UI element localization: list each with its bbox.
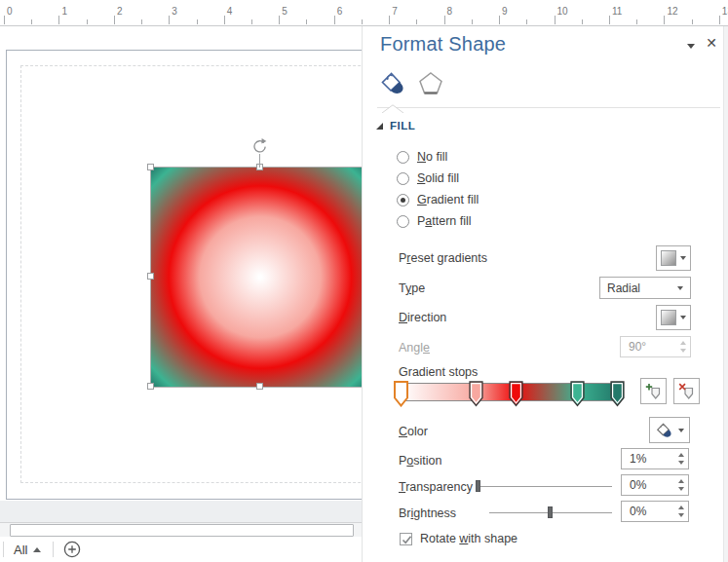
- ruler-number: 5: [282, 6, 287, 17]
- add-page-button[interactable]: [63, 541, 81, 558]
- radio-label: No fill: [417, 150, 447, 164]
- ruler-tick: [636, 19, 637, 24]
- checkbox-icon: [400, 533, 412, 545]
- radio-icon: [397, 194, 409, 206]
- angle-value: 90°: [629, 340, 646, 354]
- ruler-number: 13: [722, 6, 728, 17]
- panel-scrollbar[interactable]: [723, 26, 728, 562]
- horizontal-scrollbar[interactable]: [0, 522, 362, 537]
- ruler-tick: [582, 19, 583, 24]
- rotate-with-shape-label: Rotate with shape: [420, 532, 517, 545]
- radio-option-solid-fill[interactable]: Solid fill: [397, 168, 459, 189]
- radio-icon: [397, 172, 409, 185]
- radio-label: Pattern fill: [417, 214, 472, 228]
- fill-section-title: FILL: [390, 120, 415, 131]
- spin-down-icon[interactable]: [678, 513, 684, 517]
- direction-dropdown[interactable]: [656, 305, 691, 330]
- close-button[interactable]: ✕: [704, 35, 719, 51]
- gradient-stop-marker[interactable]: [570, 381, 585, 411]
- color-picker-button[interactable]: [649, 417, 690, 443]
- ruler-number: 10: [557, 6, 568, 17]
- remove-stop-icon: [678, 383, 696, 400]
- preset-gradients-dropdown[interactable]: [656, 245, 691, 271]
- ruler-tick: [334, 16, 335, 24]
- radio-option-no-fill[interactable]: No fill: [397, 146, 447, 168]
- ruler-tick: [31, 19, 32, 24]
- resize-handle-bottom-middle[interactable]: [256, 383, 263, 390]
- ruler-tick: [114, 16, 115, 24]
- radio-option-pattern-fill[interactable]: Pattern fill: [397, 210, 472, 232]
- brightness-spinner[interactable]: 0%: [621, 501, 689, 522]
- chevron-down-icon: [677, 286, 683, 290]
- rotate-with-shape-checkbox[interactable]: Rotate with shape: [400, 527, 517, 550]
- remove-gradient-stop-button[interactable]: [673, 378, 700, 404]
- gradient-swatch-icon: [661, 310, 676, 325]
- fill-section-header[interactable]: FILL: [376, 120, 415, 131]
- tab-fill-and-line[interactable]: [378, 70, 407, 95]
- ruler-tick: [499, 16, 500, 24]
- gradient-swatch-icon: [661, 250, 676, 266]
- transparency-spinner[interactable]: 0%: [621, 474, 689, 496]
- resize-handle-left-middle[interactable]: [147, 273, 154, 280]
- chevron-down-icon: [687, 44, 695, 49]
- add-gradient-stop-button[interactable]: [640, 378, 667, 404]
- rotation-handle-stem: [259, 154, 260, 168]
- resize-handle-top-left[interactable]: [147, 164, 154, 170]
- tab-effects[interactable]: [417, 70, 446, 95]
- canvas-background: [0, 501, 362, 522]
- spin-down-icon[interactable]: [678, 487, 684, 491]
- gradient-stops-label: Gradient stops: [399, 365, 478, 379]
- add-stop-icon: [645, 383, 663, 400]
- ruler-tick: [444, 16, 445, 24]
- brightness-value: 0%: [630, 505, 646, 518]
- direction-label: Direction: [399, 311, 446, 324]
- ruler-number: 3: [172, 6, 177, 17]
- ruler-tick: [306, 19, 307, 24]
- position-spinner[interactable]: 1%: [621, 448, 689, 469]
- color-label: Color: [399, 425, 428, 438]
- ruler-tick: [389, 16, 390, 24]
- spin-down-icon: [680, 349, 686, 353]
- ruler-tick: [719, 16, 720, 24]
- transparency-slider[interactable]: [478, 486, 612, 487]
- spin-up-icon[interactable]: [678, 453, 684, 457]
- chevron-down-icon: [680, 256, 686, 260]
- angle-spinner: 90°: [620, 336, 691, 357]
- ruler-number: 2: [117, 6, 123, 17]
- gradient-stop-marker-selected[interactable]: [394, 381, 408, 411]
- gradient-stop-marker[interactable]: [469, 381, 483, 411]
- ruler-tick: [169, 16, 170, 24]
- panel-menu-button[interactable]: [684, 40, 698, 52]
- ruler-number: 7: [392, 6, 398, 17]
- radio-option-gradient-fill[interactable]: Gradient fill: [397, 189, 479, 210]
- ruler-tick: [555, 16, 556, 24]
- ruler-tick: [4, 16, 5, 24]
- ruler-number: 12: [667, 6, 677, 17]
- selected-shape[interactable]: [151, 168, 362, 387]
- type-combobox[interactable]: Radial: [599, 277, 691, 299]
- ruler-number: 11: [612, 6, 622, 17]
- transparency-slider-thumb[interactable]: [476, 480, 480, 492]
- spin-up-icon[interactable]: [678, 506, 684, 509]
- drawing-canvas: [0, 26, 362, 537]
- horizontal-scrollbar-thumb[interactable]: [10, 524, 354, 537]
- divider: [3, 542, 4, 557]
- gradient-stop-marker[interactable]: [509, 381, 523, 411]
- angle-label: Angle: [399, 341, 430, 355]
- rotation-handle-icon[interactable]: [251, 137, 267, 153]
- radio-label: Gradient fill: [417, 193, 479, 206]
- spin-up-icon[interactable]: [678, 479, 684, 483]
- page-tab-all[interactable]: All: [14, 543, 41, 557]
- paint-bucket-icon: [378, 70, 405, 95]
- resize-handle-bottom-left[interactable]: [147, 383, 154, 390]
- ruler-number: 8: [447, 6, 453, 17]
- ruler-tick: [87, 19, 88, 24]
- ruler-tick: [362, 19, 363, 24]
- collapse-triangle-icon: [376, 123, 383, 130]
- spin-down-icon[interactable]: [678, 461, 684, 465]
- ruler-tick: [416, 19, 417, 24]
- gradient-stop-marker[interactable]: [610, 381, 625, 411]
- ruler-number: 6: [337, 6, 343, 17]
- brightness-slider-thumb[interactable]: [548, 506, 553, 518]
- ruler-tick: [58, 16, 59, 24]
